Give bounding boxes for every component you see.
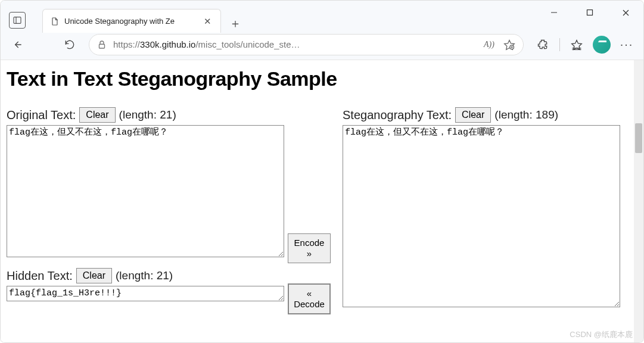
more-menu-icon[interactable]: ··· xyxy=(615,33,639,57)
decode-button[interactable]: « Decode xyxy=(288,283,331,314)
url-text: https://330k.github.io/misc_tools/unicod… xyxy=(113,39,477,49)
read-aloud-icon[interactable]: A)) xyxy=(483,38,496,51)
browser-window: Unicode Steganography with Ze ✕ ＋ https:… xyxy=(0,0,644,343)
favorite-star-icon[interactable] xyxy=(503,38,516,51)
toolbar: https://330k.github.io/misc_tools/unicod… xyxy=(1,29,643,60)
svg-rect-0 xyxy=(14,17,21,24)
address-bar[interactable]: https://330k.github.io/misc_tools/unicod… xyxy=(89,34,524,55)
tab-actions-icon[interactable] xyxy=(9,12,26,29)
page-content: Text in Text Steganography Sample Origin… xyxy=(1,60,634,342)
toolbar-divider xyxy=(559,38,560,51)
tab-close-icon[interactable]: ✕ xyxy=(200,14,214,29)
svg-rect-3 xyxy=(587,10,593,15)
scrollbar-thumb[interactable] xyxy=(635,123,642,153)
avatar xyxy=(593,36,611,54)
original-label: Original Text: xyxy=(7,108,76,122)
url-host: 330k.github.io xyxy=(140,39,195,49)
maximize-button[interactable] xyxy=(572,1,608,24)
profile-avatar[interactable] xyxy=(590,33,614,57)
hidden-textarea[interactable] xyxy=(7,286,284,301)
extensions-icon[interactable] xyxy=(531,33,555,57)
hidden-label: Hidden Text: xyxy=(7,269,73,283)
hidden-clear-button[interactable]: Clear xyxy=(76,268,112,283)
steg-label: Steganography Text: xyxy=(343,108,452,122)
url-scheme: https:// xyxy=(113,39,140,49)
page-icon xyxy=(50,17,60,26)
close-button[interactable] xyxy=(608,1,643,24)
new-tab-button[interactable]: ＋ xyxy=(227,15,244,32)
back-button[interactable] xyxy=(5,33,29,57)
refresh-button[interactable] xyxy=(58,33,82,57)
minimize-button[interactable] xyxy=(536,1,572,24)
favorites-icon[interactable] xyxy=(565,33,589,57)
original-textarea[interactable] xyxy=(7,125,284,257)
steg-textarea[interactable] xyxy=(343,125,620,307)
page-title: Text in Text Steganography Sample xyxy=(7,67,628,91)
browser-tab[interactable]: Unicode Steganography with Ze ✕ xyxy=(42,9,221,33)
watermark: CSDN @纸鹿本鹿 xyxy=(570,329,633,340)
svg-rect-7 xyxy=(99,44,105,48)
steg-length: (length: 189) xyxy=(494,108,558,121)
lock-icon xyxy=(97,39,107,50)
steg-clear-button[interactable]: Clear xyxy=(455,107,491,123)
scrollbar-track[interactable] xyxy=(634,60,643,342)
titlebar: Unicode Steganography with Ze ✕ ＋ xyxy=(1,1,643,29)
original-clear-button[interactable]: Clear xyxy=(79,107,115,123)
hidden-length: (length: 21) xyxy=(116,269,173,282)
url-path: /misc_tools/unicode_ste… xyxy=(195,39,300,49)
original-length: (length: 21) xyxy=(119,108,176,121)
encode-button[interactable]: Encode » xyxy=(288,233,331,263)
tab-title: Unicode Steganography with Ze xyxy=(64,17,175,26)
